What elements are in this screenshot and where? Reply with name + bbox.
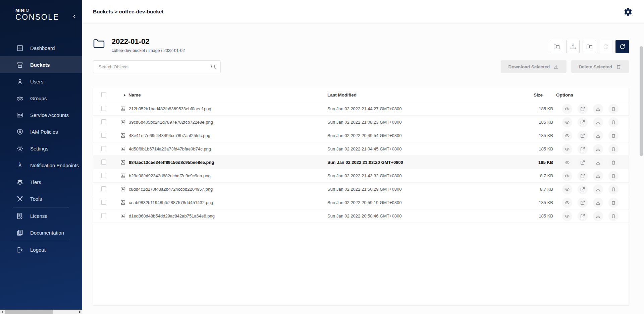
delete-object-button[interactable] (608, 184, 619, 194)
new-path-button[interactable] (550, 40, 563, 53)
object-name-cell[interactable]: 4d58f8b1b6714a23a73fd47bfae0b74c.png (117, 146, 327, 152)
upload-file-button[interactable] (566, 40, 580, 53)
row-checkbox[interactable] (101, 186, 106, 191)
column-header-name[interactable]: ▲ Name (117, 92, 327, 98)
table-row[interactable]: b29a08fbf92342d882dcbdf7e9c9c9aa.pngSun … (93, 169, 629, 183)
preview-object-button[interactable] (562, 171, 572, 181)
preview-object-button[interactable] (562, 158, 572, 168)
download-object-button[interactable] (593, 198, 603, 208)
scroll-left-arrow-icon[interactable] (0, 310, 5, 314)
table-row[interactable]: 39cd6b405bc241d7897e782fcb722e8e.pngSun … (93, 116, 629, 129)
sidebar-item-logout[interactable]: Logout (0, 241, 82, 258)
download-object-button[interactable] (593, 144, 603, 154)
row-checkbox[interactable] (101, 133, 106, 138)
sidebar-item-iam-policies[interactable]: IAM Policies (0, 123, 82, 140)
breadcrumb[interactable]: Buckets > coffee-dev-bucket (93, 9, 164, 15)
column-header-options: Options (553, 92, 629, 98)
table-row[interactable]: ceab9832b11948bfb2887578dd451432.pngSun … (93, 196, 629, 209)
object-name-cell[interactable]: ceab9832b11948bfb2887578dd451432.png (117, 200, 327, 205)
download-selected-button[interactable]: Download Selected (501, 60, 567, 73)
scrollbar-thumb[interactable] (5, 310, 53, 314)
object-name-cell[interactable]: 48e41ef7e69c443494cc78b7aaf25fdc.png (117, 133, 327, 138)
share-object-button[interactable] (578, 144, 588, 154)
row-checkbox[interactable] (101, 106, 106, 111)
object-name-cell[interactable]: d1ed868d48b54dd29ac842ab751a64e8.png (117, 213, 327, 219)
preview-object-button[interactable] (562, 131, 572, 141)
share-object-button[interactable] (578, 117, 588, 127)
sidebar-item-notification-endpoints[interactable]: λNotification Endpoints (0, 157, 82, 174)
sidebar-item-tools[interactable]: Tools (0, 190, 82, 207)
last-modified-cell: Sun Jan 02 2022 21:44:27 GMT+0800 (327, 106, 521, 111)
settings-gear-button[interactable] (623, 6, 633, 17)
delete-object-button[interactable] (608, 131, 619, 141)
row-checkbox[interactable] (101, 213, 106, 218)
column-header-last-modified[interactable]: Last Modified (327, 92, 521, 98)
share-object-button[interactable] (578, 158, 588, 168)
row-checkbox[interactable] (101, 173, 106, 178)
share-object-button[interactable] (578, 131, 588, 141)
share-object-button[interactable] (578, 104, 588, 114)
sidebar-item-license[interactable]: License (0, 207, 82, 224)
share-object-button[interactable] (578, 184, 588, 194)
tiers-icon (16, 178, 23, 186)
preview-object-button[interactable] (562, 198, 572, 208)
table-row[interactable]: d1ed868d48b54dd29ac842ab751a64e8.pngSun … (93, 209, 629, 223)
search-input[interactable] (98, 64, 211, 70)
users-icon (16, 78, 23, 85)
row-checkbox[interactable] (101, 160, 106, 165)
object-name-cell[interactable]: c8dd4c1d270f43a2b4724ccbb2204957.png (117, 186, 327, 192)
select-all-checkbox[interactable] (101, 92, 106, 97)
download-object-button[interactable] (593, 171, 603, 181)
preview-object-button[interactable] (562, 104, 572, 114)
download-object-button[interactable] (593, 184, 603, 194)
page-vertical-scrollbar-thumb[interactable] (640, 46, 643, 156)
sidebar-item-documentation[interactable]: Documentation (0, 224, 82, 241)
sidebar-item-service-accounts[interactable]: Service Accounts (0, 107, 82, 123)
table-row[interactable]: 212b052b1bad482fb8369533ebf0aeef.pngSun … (93, 102, 629, 116)
sidebar-item-users[interactable]: Users (0, 73, 82, 90)
delete-object-button[interactable] (608, 211, 619, 221)
sidebar-item-tiers[interactable]: Tiers (0, 174, 82, 190)
download-object-button[interactable] (593, 104, 603, 114)
download-icon (595, 173, 601, 179)
object-name-cell[interactable]: 884a5c13c5e34eff89c56d8c95bee8e5.png (117, 160, 327, 165)
delete-object-button[interactable] (608, 198, 619, 208)
sidebar-item-buckets[interactable]: Buckets (0, 56, 82, 73)
sidebar-item-groups[interactable]: Groups (0, 90, 82, 107)
delete-object-button[interactable] (608, 117, 619, 127)
preview-object-button[interactable] (562, 211, 572, 221)
delete-object-button[interactable] (608, 158, 619, 168)
delete-object-button[interactable] (608, 144, 619, 154)
share-object-button[interactable] (578, 211, 588, 221)
sidebar-item-settings[interactable]: Settings (0, 140, 82, 157)
row-checkbox[interactable] (101, 119, 106, 124)
download-object-button[interactable] (593, 158, 603, 168)
table-row[interactable]: 4d58f8b1b6714a23a73fd47bfae0b74c.pngSun … (93, 142, 629, 156)
share-object-button[interactable] (578, 171, 588, 181)
table-row[interactable]: 48e41ef7e69c443494cc78b7aaf25fdc.pngSun … (93, 129, 629, 142)
share-object-button[interactable] (578, 198, 588, 208)
refresh-button[interactable] (615, 40, 629, 53)
object-name-cell[interactable]: 39cd6b405bc241d7897e782fcb722e8e.png (117, 119, 327, 125)
row-checkbox[interactable] (101, 200, 106, 205)
upload-folder-button[interactable] (583, 40, 596, 53)
download-object-button[interactable] (593, 117, 603, 127)
preview-object-button[interactable] (562, 184, 572, 194)
scroll-right-arrow-icon[interactable] (77, 310, 82, 314)
object-name-cell[interactable]: 212b052b1bad482fb8369533ebf0aeef.png (117, 106, 327, 112)
table-row[interactable]: c8dd4c1d270f43a2b4724ccbb2204957.pngSun … (93, 183, 629, 196)
delete-selected-button[interactable]: Delete Selected (571, 60, 629, 73)
column-header-size[interactable]: Size (521, 92, 553, 98)
preview-object-button[interactable] (562, 144, 572, 154)
download-object-button[interactable] (593, 211, 603, 221)
sidebar-horizontal-scrollbar[interactable] (0, 310, 82, 314)
row-checkbox[interactable] (101, 146, 106, 151)
sidebar-collapse-button[interactable] (70, 12, 79, 21)
download-object-button[interactable] (593, 131, 603, 141)
table-row[interactable]: 884a5c13c5e34eff89c56d8c95bee8e5.pngSun … (93, 156, 629, 169)
delete-object-button[interactable] (608, 171, 619, 181)
delete-object-button[interactable] (608, 104, 619, 114)
object-name-cell[interactable]: b29a08fbf92342d882dcbdf7e9c9c9aa.png (117, 173, 327, 179)
preview-object-button[interactable] (562, 117, 572, 127)
sidebar-item-dashboard[interactable]: Dashboard (0, 40, 82, 56)
